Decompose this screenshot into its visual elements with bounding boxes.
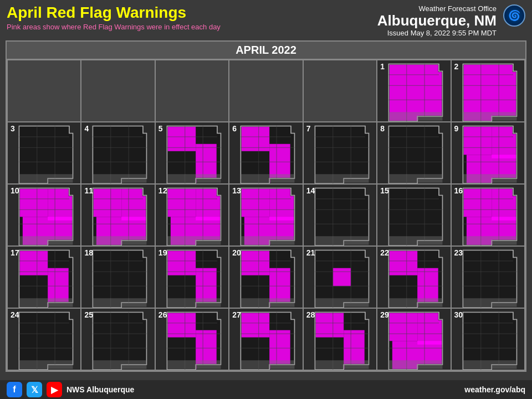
svg-rect-9 (19, 236, 73, 245)
day-number: 12 (158, 186, 167, 195)
day-number: 18 (84, 248, 93, 257)
state-map (452, 60, 524, 121)
svg-rect-14 (389, 236, 443, 245)
calendar-grid: 1234567891011121314151617181920212223242… (7, 59, 525, 371)
twitter-icon[interactable]: 𝕏 (27, 382, 42, 397)
svg-rect-24 (93, 360, 147, 369)
svg-rect-11 (167, 236, 221, 245)
calendar-day-empty-1 (81, 60, 154, 121)
svg-rect-20 (315, 298, 369, 307)
footer-nws-label: NWS Albuquerque (66, 385, 134, 394)
svg-rect-5 (241, 174, 295, 183)
calendar-day-3: 3 (8, 122, 80, 183)
svg-rect-23 (19, 360, 73, 369)
calendar-day-11: 11 (81, 185, 154, 245)
calendar-day-empty-3 (229, 60, 302, 121)
calendar-day-5: 5 (156, 122, 228, 183)
svg-rect-15 (463, 236, 516, 245)
calendar-day-22: 22 (377, 247, 450, 308)
svg-rect-6 (315, 174, 369, 183)
facebook-icon[interactable]: f (7, 382, 22, 397)
state-map (229, 122, 302, 183)
day-number: 28 (306, 310, 315, 319)
calendar-day-6: 6 (229, 122, 302, 183)
svg-rect-16 (19, 298, 73, 307)
svg-rect-27 (315, 360, 369, 369)
calendar-day-25: 25 (81, 309, 154, 370)
calendar-day-13: 13 (229, 185, 302, 245)
day-number: 21 (306, 248, 315, 257)
calendar-day-28: 28 (304, 309, 376, 370)
day-number: 1 (380, 62, 385, 71)
day-number: 17 (11, 248, 19, 257)
svg-rect-25 (167, 360, 221, 369)
day-number: 3 (11, 124, 15, 133)
calendar-day-7: 7 (304, 122, 376, 183)
day-number: 4 (84, 124, 89, 133)
day-number: 15 (380, 186, 389, 195)
calendar-day-12: 12 (156, 185, 228, 245)
calendar-day-empty-4 (304, 60, 376, 121)
svg-rect-1 (463, 112, 516, 121)
calendar: APRIL 2022 12345678910111213141516171819… (6, 40, 526, 372)
calendar-day-15: 15 (377, 185, 450, 245)
svg-rect-26 (241, 360, 295, 369)
state-map (452, 122, 524, 183)
state-map (8, 122, 80, 183)
calendar-day-4: 4 (81, 122, 154, 183)
day-number: 14 (306, 186, 315, 195)
youtube-icon[interactable]: ▶ (47, 382, 62, 397)
page-title: April Red Flag Warnings (7, 4, 221, 22)
calendar-day-19: 19 (156, 247, 228, 308)
state-map (156, 122, 228, 183)
svg-rect-28 (389, 360, 443, 369)
calendar-day-26: 26 (156, 309, 228, 370)
calendar-day-empty-0 (8, 60, 80, 121)
calendar-day-empty-2 (156, 60, 228, 121)
calendar-day-10: 10 (8, 185, 80, 245)
day-number: 6 (232, 124, 237, 133)
svg-rect-3 (93, 174, 147, 183)
calendar-day-18: 18 (81, 247, 154, 308)
calendar-day-17: 17 (8, 247, 80, 308)
calendar-day-29: 29 (377, 309, 450, 370)
calendar-day-14: 14 (304, 185, 376, 245)
day-number: 11 (84, 186, 93, 195)
calendar-day-21: 21 (304, 247, 376, 308)
calendar-day-30: 30 (452, 309, 524, 370)
day-number: 10 (11, 186, 19, 195)
header: April Red Flag Warnings Pink areas show … (0, 0, 532, 39)
state-map (304, 122, 376, 183)
day-number: 24 (11, 310, 19, 319)
svg-rect-18 (167, 298, 221, 307)
day-number: 16 (454, 186, 463, 195)
svg-rect-17 (93, 298, 147, 307)
day-number: 13 (232, 186, 241, 195)
svg-rect-7 (389, 174, 443, 183)
state-map (377, 60, 450, 121)
page-subtitle: Pink areas show where Red Flag Warnings … (7, 23, 221, 31)
svg-rect-0 (389, 112, 443, 121)
day-number: 20 (232, 248, 241, 257)
nws-logo-icon (503, 4, 525, 27)
svg-rect-4 (167, 174, 221, 183)
footer-website: weather.gov/abq (464, 385, 525, 394)
day-number: 26 (158, 310, 167, 319)
svg-rect-8 (463, 174, 516, 183)
day-number: 27 (232, 310, 241, 319)
calendar-day-8: 8 (377, 122, 450, 183)
day-number: 9 (454, 124, 459, 133)
day-number: 8 (380, 124, 385, 133)
wfo-issued: Issued May 8, 2022 9:55 PM MDT (377, 29, 497, 37)
calendar-title: APRIL 2022 (7, 42, 525, 59)
header-right: Weather Forecast Office Albuquerque, NM … (377, 4, 525, 37)
calendar-day-20: 20 (229, 247, 302, 308)
state-map (81, 122, 154, 183)
wfo-city: Albuquerque, NM (377, 13, 497, 29)
calendar-day-27: 27 (229, 309, 302, 370)
svg-rect-29 (463, 360, 516, 369)
day-number: 22 (380, 248, 389, 257)
svg-rect-2 (19, 174, 73, 183)
calendar-day-23: 23 (452, 247, 524, 308)
day-number: 7 (306, 124, 311, 133)
